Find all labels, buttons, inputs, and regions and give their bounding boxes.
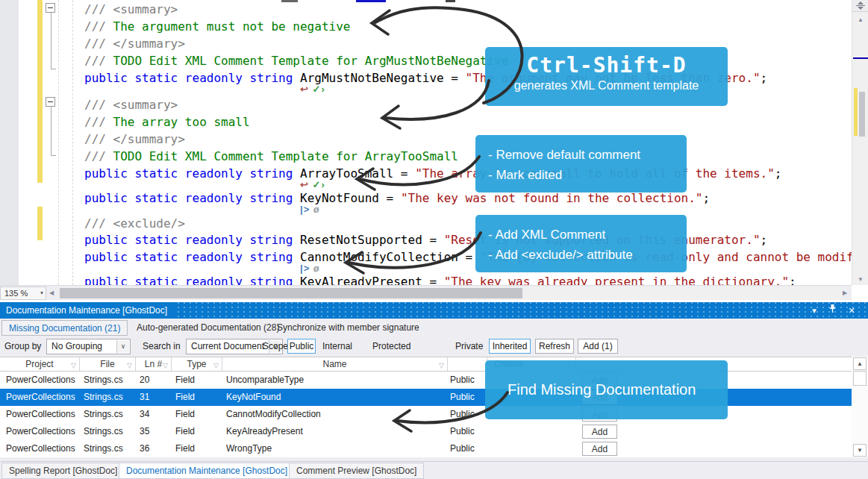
grid-vertical-scrollbar[interactable]: ▲ ▼ [852, 357, 868, 457]
adornment-icons: ↩ ✓› [300, 84, 328, 95]
column-header-name[interactable]: Name▽ [222, 357, 448, 371]
code-token: The argument must not be negative [113, 19, 351, 34]
scope-toggle-private[interactable]: Private [455, 341, 483, 351]
add-selected-button[interactable]: Add (1) [578, 339, 618, 354]
column-header-type[interactable]: Type▽ [172, 357, 222, 371]
column-header-file[interactable]: File▽ [80, 357, 136, 371]
scrollbar-thumb[interactable] [60, 288, 522, 298]
change-bar [37, 0, 43, 183]
scroll-right-icon[interactable]: ▶ [843, 289, 847, 296]
tab-documentation-maintenance[interactable]: Documentation Maintenance [GhostDoc] [119, 463, 295, 479]
code-token: ; [775, 166, 782, 181]
filter-icon[interactable]: ▽ [213, 359, 219, 372]
filter-icon[interactable]: ▽ [71, 359, 76, 372]
tab-spelling-report[interactable]: Spelling Report [GhostDoc] [1, 463, 125, 479]
cell-scope: Public [448, 372, 487, 389]
filter-icon[interactable]: ▽ [127, 359, 132, 372]
collapse-icon[interactable] [46, 3, 55, 13]
editor-horizontal-scrollbar[interactable] [58, 287, 842, 299]
cell-ln: 31 [136, 389, 172, 406]
tab-comment-preview[interactable]: Comment Preview [GhostDoc] [289, 463, 424, 479]
code-token: TODO Edit XML Comment Template for Array… [113, 149, 458, 163]
column-header-ln[interactable]: Ln #▽ [136, 357, 172, 371]
code-token: ; [761, 233, 768, 247]
callout-line: - Remove default comment [488, 145, 687, 165]
undo-arrow-icon[interactable]: ↩ [300, 179, 313, 190]
scrollbar-thumb[interactable] [859, 92, 865, 137]
scope-toggle-protected[interactable]: Protected [372, 341, 410, 351]
table-row[interactable]: PowerCollectionsStrings.cs35FieldKeyAlre… [0, 423, 852, 440]
scope-toggle-public[interactable]: Public [287, 339, 316, 354]
callout-line: - Add XML Comment [488, 225, 687, 245]
filter-icon[interactable]: ▽ [163, 359, 168, 372]
undo-arrow-icon[interactable]: ↩ [300, 84, 313, 95]
add-button[interactable]: Add [582, 442, 617, 456]
check-icon[interactable]: ✓› [313, 179, 329, 190]
collapse-icon[interactable] [46, 97, 55, 107]
outline-line [51, 13, 51, 69]
editor-vertical-scrollbar[interactable]: ▲ ▼ [852, 0, 868, 285]
search-in-label: Search in [143, 341, 181, 351]
tab-synchronize-member-signature[interactable]: Synchronize with member signature [270, 320, 426, 336]
check-icon[interactable]: ✓› [313, 84, 329, 95]
splitter-handle-icon[interactable] [852, 0, 868, 12]
scroll-up-icon[interactable]: ▲ [853, 357, 867, 370]
column-header-project[interactable]: Project▽ [0, 357, 80, 371]
cell-ln: 34 [136, 406, 172, 423]
code-line: /// TODO Edit XML Comment Template for A… [84, 54, 508, 69]
refresh-button[interactable]: Refresh [535, 339, 574, 354]
cell-name: UncomparableType [222, 372, 448, 389]
cell-criteria [487, 423, 576, 440]
tag-icon[interactable]: |> [300, 263, 313, 274]
scroll-left-icon[interactable]: ◀ [49, 289, 54, 296]
scrollbar-thumb[interactable] [853, 371, 867, 386]
cell-ln: 36 [136, 440, 172, 457]
adornment-icons: |> ø [300, 204, 323, 215]
code-token: The array too small [113, 115, 250, 129]
scope-toggle-inherited[interactable]: Inherited [489, 339, 531, 354]
eye-hidden-icon[interactable]: ø [313, 204, 324, 215]
zoom-level-dropdown[interactable]: 135 % ▾ [0, 287, 46, 300]
chevron-down-icon: ▾ [40, 287, 43, 299]
scope-toggle-internal[interactable]: Internal [322, 341, 352, 351]
clipped-line-fragment [356, 0, 386, 2]
filter-icon[interactable]: ▽ [439, 359, 444, 372]
callout-shortcut-subtitle: generates XML Comment template [485, 79, 728, 93]
scroll-down-icon[interactable]: ▼ [853, 444, 867, 457]
close-icon[interactable]: ✕ [845, 302, 858, 319]
vs-window: /// <summary>/// The argument must not b… [0, 0, 868, 479]
cell-project: PowerCollections [0, 372, 80, 389]
code-editor[interactable]: /// <summary>/// The argument must not b… [0, 0, 852, 285]
eye-hidden-icon[interactable]: ø [313, 263, 324, 274]
cell-type: Field [172, 406, 222, 423]
outline-line [51, 107, 51, 155]
group-by-dropdown[interactable]: No Grouping ∨ [46, 339, 131, 354]
tool-window-title-bar[interactable]: Documentation Maintenance [GhostDoc] ▾ ✕ [0, 302, 868, 319]
zoom-level-value: 135 % [4, 289, 28, 298]
cell-action: Add [576, 423, 852, 440]
code-token: ; [761, 71, 768, 85]
column-header-scope[interactable] [448, 357, 487, 371]
cell-ln: 35 [136, 423, 172, 440]
window-menu-icon[interactable]: ▾ [808, 302, 821, 319]
code-line: /// <summary> [84, 98, 178, 113]
cell-name: WrongType [222, 440, 448, 457]
cell-scope: Public [448, 423, 487, 440]
code-token: /// [84, 54, 113, 68]
cell-file: Strings.cs [80, 440, 136, 457]
tab-auto-generated-documentation[interactable]: Auto-generated Documentation (28) [130, 320, 286, 336]
tab-missing-documentation[interactable]: Missing Documentation (21) [1, 320, 128, 336]
bottom-tab-strip: Spelling Report [GhostDoc] Documentation… [0, 461, 868, 479]
cell-project: PowerCollections [0, 406, 80, 423]
scroll-up-icon[interactable]: ▲ [852, 16, 868, 24]
tag-icon[interactable]: |> [300, 204, 313, 215]
code-line: /// </summary> [84, 132, 185, 147]
cell-project: PowerCollections [0, 389, 80, 406]
code-line: /// The argument must not be negative [84, 19, 350, 34]
add-button[interactable]: Add [582, 425, 617, 439]
scroll-down-icon[interactable]: ▼ [852, 276, 868, 284]
pin-icon[interactable] [825, 302, 839, 319]
code-token: public static readonly string [84, 250, 293, 264]
cell-criteria [487, 440, 576, 457]
table-row[interactable]: PowerCollectionsStrings.cs36FieldWrongTy… [0, 440, 852, 457]
